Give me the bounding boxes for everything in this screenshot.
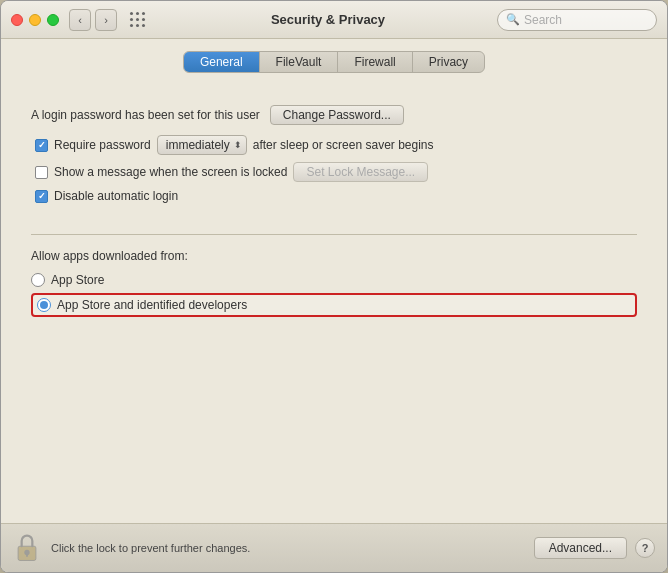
tabs-container: General FileVault Firewall Privacy bbox=[1, 39, 667, 83]
titlebar: ‹ › Security & Privacy 🔍 Search bbox=[1, 1, 667, 39]
grid-button[interactable] bbox=[127, 9, 149, 31]
disable-autologin-row: Disable automatic login bbox=[31, 189, 637, 203]
nav-buttons: ‹ › bbox=[69, 9, 117, 31]
require-password-row: Require password immediately ⬍ after sle… bbox=[31, 135, 637, 155]
app-store-identified-radio[interactable] bbox=[37, 298, 51, 312]
svg-rect-2 bbox=[26, 553, 28, 557]
app-store-radio[interactable] bbox=[31, 273, 45, 287]
app-store-radio-row: App Store bbox=[31, 273, 637, 287]
forward-button[interactable]: › bbox=[95, 9, 117, 31]
password-header-label: A login password has been set for this u… bbox=[31, 108, 260, 122]
advanced-button[interactable]: Advanced... bbox=[534, 537, 627, 559]
tab-filevault[interactable]: FileVault bbox=[260, 52, 339, 72]
traffic-lights bbox=[11, 14, 59, 26]
immediately-dropdown[interactable]: immediately ⬍ bbox=[157, 135, 247, 155]
change-password-button[interactable]: Change Password... bbox=[270, 105, 404, 125]
show-message-checkbox[interactable] bbox=[35, 166, 48, 179]
section-divider bbox=[31, 234, 637, 235]
search-icon: 🔍 bbox=[506, 13, 520, 26]
disable-autologin-checkbox[interactable] bbox=[35, 190, 48, 203]
require-password-checkbox[interactable] bbox=[35, 139, 48, 152]
app-store-identified-radio-row: App Store and identified developers bbox=[31, 293, 637, 317]
back-button[interactable]: ‹ bbox=[69, 9, 91, 31]
allow-title: Allow apps downloaded from: bbox=[31, 249, 637, 263]
require-password-label: Require password bbox=[54, 138, 151, 152]
search-box[interactable]: 🔍 Search bbox=[497, 9, 657, 31]
maximize-button[interactable] bbox=[47, 14, 59, 26]
tab-privacy[interactable]: Privacy bbox=[413, 52, 484, 72]
password-section: A login password has been set for this u… bbox=[31, 91, 637, 220]
minimize-button[interactable] bbox=[29, 14, 41, 26]
set-lock-message-button[interactable]: Set Lock Message... bbox=[293, 162, 428, 182]
show-message-row: Show a message when the screen is locked… bbox=[31, 162, 637, 182]
bottom-bar: Click the lock to prevent further change… bbox=[1, 523, 667, 572]
main-content: A login password has been set for this u… bbox=[1, 83, 667, 523]
after-sleep-label: after sleep or screen saver begins bbox=[253, 138, 434, 152]
lock-icon[interactable] bbox=[13, 532, 41, 564]
window-title: Security & Privacy bbox=[159, 12, 497, 27]
immediately-value: immediately bbox=[166, 138, 230, 152]
tab-firewall[interactable]: Firewall bbox=[338, 52, 412, 72]
window: ‹ › Security & Privacy 🔍 Search General … bbox=[0, 0, 668, 573]
show-message-label: Show a message when the screen is locked bbox=[54, 165, 287, 179]
tab-general[interactable]: General bbox=[184, 52, 260, 72]
app-store-identified-label: App Store and identified developers bbox=[57, 298, 247, 312]
allow-section: Allow apps downloaded from: App Store Ap… bbox=[31, 245, 637, 327]
help-button[interactable]: ? bbox=[635, 538, 655, 558]
password-header: A login password has been set for this u… bbox=[31, 105, 637, 125]
search-placeholder: Search bbox=[524, 13, 562, 27]
dropdown-arrow-icon: ⬍ bbox=[234, 140, 242, 150]
close-button[interactable] bbox=[11, 14, 23, 26]
lock-text: Click the lock to prevent further change… bbox=[51, 542, 534, 554]
app-store-label: App Store bbox=[51, 273, 104, 287]
tabs: General FileVault Firewall Privacy bbox=[183, 51, 485, 73]
disable-autologin-label: Disable automatic login bbox=[54, 189, 178, 203]
